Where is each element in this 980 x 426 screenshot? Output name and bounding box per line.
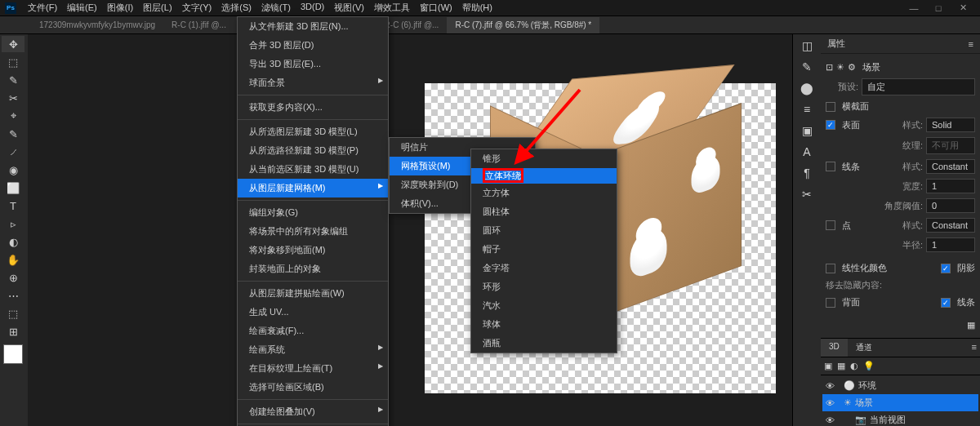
tool-16[interactable]: ⊞	[2, 323, 24, 339]
preset-item-2[interactable]: 立方体	[471, 184, 617, 202]
menu-item-10[interactable]: 窗口(W)	[415, 2, 457, 14]
panel-icon-1[interactable]: ◫	[802, 39, 813, 52]
menu-item-3[interactable]: 图层(L)	[138, 2, 176, 14]
preset-item-3[interactable]: 圆柱体	[471, 202, 617, 221]
preset-item-5[interactable]: 帽子	[471, 240, 617, 259]
linearize-check[interactable]	[826, 264, 835, 273]
menu-item-8[interactable]: 视图(V)	[329, 2, 369, 14]
width-input[interactable]: 1	[926, 179, 975, 193]
filter-light-icon[interactable]: 💡	[863, 361, 875, 371]
3d-menu-item-19[interactable]: 绘画衰减(F)...	[238, 322, 388, 340]
radius-input[interactable]: 1	[926, 237, 975, 252]
shadow-check[interactable]	[941, 264, 951, 273]
tool-13[interactable]: ⊕	[2, 269, 24, 286]
surface-check[interactable]	[826, 120, 835, 130]
visibility-toggle[interactable]: 👁	[826, 398, 837, 408]
menu-item-9[interactable]: 增效工具	[369, 2, 415, 14]
preset-select[interactable]: 自定	[862, 78, 975, 95]
tool-0[interactable]: ✥	[2, 36, 24, 52]
tab-3d[interactable]: 3D	[821, 339, 848, 357]
3d-menu-item-8[interactable]: 从所选路径新建 3D 模型(P)	[238, 141, 388, 160]
preset-item-6[interactable]: 金字塔	[471, 259, 617, 277]
3d-menu-item-15[interactable]: 封装地面上的对象	[238, 260, 388, 278]
tool-12[interactable]: ✋	[2, 251, 24, 268]
3d-menu-item-20[interactable]: 绘画系统	[238, 340, 388, 359]
tool-7[interactable]: ◉	[2, 162, 24, 178]
3d-menu-item-22[interactable]: 选择可绘画区域(B)	[238, 378, 388, 397]
minimize-button[interactable]: ―	[902, 1, 926, 16]
3d-menu-item-7[interactable]: 从所选图层新建 3D 模型(L)	[238, 122, 388, 141]
3d-menu-item-9[interactable]: 从当前选区新建 3D 模型(U)	[238, 160, 388, 179]
preset-item-4[interactable]: 圆环	[471, 221, 617, 240]
3d-menu-item-21[interactable]: 在目标纹理上绘画(T)	[238, 359, 388, 378]
document-tab-0[interactable]: 172309mwkyvmfyky1bymwv.jpg	[31, 18, 163, 32]
filter-all-icon[interactable]: ▣	[824, 361, 832, 371]
menu-item-1[interactable]: 编辑(E)	[62, 2, 102, 14]
3d-menu-item-12[interactable]: 编组对象(G)	[238, 203, 388, 222]
tool-15[interactable]: ⬚	[2, 305, 24, 322]
3d-menu-item-18[interactable]: 生成 UV...	[238, 303, 388, 322]
points-style-select[interactable]: Constant	[926, 218, 975, 233]
3d-scene-item-2[interactable]: 👁📷当前视图	[822, 411, 978, 426]
filter-mesh-icon[interactable]: ▦	[837, 361, 845, 371]
3d-scene-item-0[interactable]: 👁⚪环境	[822, 377, 978, 394]
visibility-toggle[interactable]: 👁	[826, 381, 837, 391]
tool-1[interactable]: ⬚	[2, 54, 24, 70]
menu-item-11[interactable]: 帮助(H)	[457, 2, 497, 14]
panel-icon-6[interactable]: A	[803, 145, 810, 158]
tab-icon-settings[interactable]: ⚙	[848, 62, 856, 73]
tool-14[interactable]: ⋯	[2, 287, 24, 304]
panel-icon-5[interactable]: ▣	[802, 124, 813, 137]
document-tab-1[interactable]: R-C (1).jfif @...	[163, 18, 234, 32]
panel-icon-4[interactable]: ≡	[804, 103, 810, 116]
panel-icon-7[interactable]: ¶	[804, 166, 810, 180]
preset-item-8[interactable]: 汽水	[471, 296, 617, 315]
points-check[interactable]	[826, 220, 835, 230]
visibility-toggle[interactable]: 👁	[826, 415, 837, 425]
preset-item-0[interactable]: 锥形	[471, 149, 617, 168]
tab-icon-light[interactable]: ☀	[836, 62, 844, 73]
surface-style-select[interactable]: Solid	[926, 118, 975, 132]
texture-select[interactable]: 不可用	[926, 137, 975, 154]
tab-channels[interactable]: 通道	[848, 339, 880, 357]
angle-input[interactable]: 0	[926, 198, 975, 213]
preset-item-10[interactable]: 酒瓶	[471, 334, 617, 353]
menu-item-5[interactable]: 选择(S)	[216, 2, 256, 14]
menu-item-4[interactable]: 文字(Y)	[177, 2, 217, 14]
menu-item-7[interactable]: 3D(D)	[296, 2, 329, 14]
color-swatch[interactable]	[3, 344, 23, 364]
tool-9[interactable]: T	[2, 197, 24, 214]
menu-item-6[interactable]: 滤镜(T)	[256, 2, 296, 14]
tab-icon-scene[interactable]: ⊡	[826, 62, 833, 73]
preset-item-1[interactable]: 立体环绕	[471, 168, 617, 184]
preset-item-7[interactable]: 环形	[471, 277, 617, 296]
3d-scene-item-1[interactable]: 👁☀场景	[822, 394, 978, 411]
tool-6[interactable]: ⟋	[2, 144, 24, 160]
menu-item-2[interactable]: 图像(I)	[102, 2, 138, 14]
tool-8[interactable]: ⬜	[2, 180, 24, 196]
3d-menu-item-3[interactable]: 球面全景	[238, 73, 388, 92]
tool-5[interactable]: ✎	[2, 126, 24, 142]
preset-item-9[interactable]: 球体	[471, 315, 617, 334]
3d-menu-item-5[interactable]: 获取更多内容(X)...	[238, 98, 388, 117]
tool-2[interactable]: ✎	[2, 72, 24, 88]
3d-menu-item-10[interactable]: 从图层新建网格(M)	[238, 179, 388, 197]
tool-3[interactable]: ✂	[2, 90, 24, 106]
maximize-button[interactable]: □	[926, 1, 951, 16]
3d-menu-item-1[interactable]: 合并 3D 图层(D)	[238, 36, 388, 55]
filter-material-icon[interactable]: ◐	[850, 361, 858, 371]
3d-menu-item-24[interactable]: 创建绘图叠加(V)	[238, 402, 388, 421]
tool-11[interactable]: ◐	[2, 233, 24, 250]
tool-4[interactable]: ⌖	[2, 108, 24, 124]
panel-icon-8[interactable]: ✂	[802, 188, 812, 201]
tool-10[interactable]: ▹	[2, 215, 24, 232]
3d-menu-item-0[interactable]: 从文件新建 3D 图层(N)...	[238, 17, 388, 36]
back-check[interactable]	[826, 298, 835, 308]
3d-menu-item-2[interactable]: 导出 3D 图层(E)...	[238, 55, 388, 73]
edges-check[interactable]	[941, 298, 951, 308]
render-icon[interactable]: ▦	[967, 320, 975, 331]
document-tab-5[interactable]: R-C (7).jfif @ 66.7% (背景, RGB/8#) *	[447, 17, 599, 33]
cross-section-check[interactable]	[826, 102, 835, 112]
lines-style-select[interactable]: Constant	[926, 159, 975, 174]
3d-menu-item-14[interactable]: 将对象移到地面(M)	[238, 241, 388, 260]
